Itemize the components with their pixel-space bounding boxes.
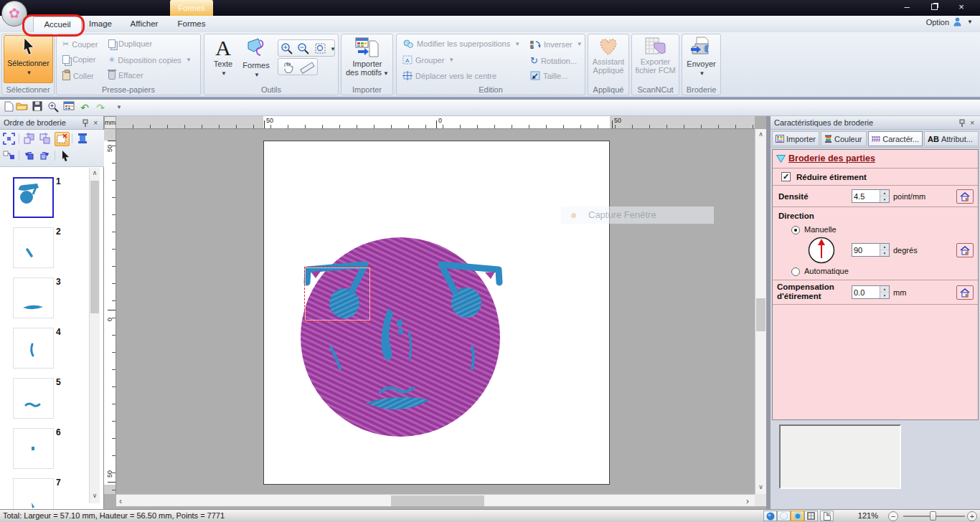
order-list-scrollbar[interactable]: ∧ ∨ [89,168,100,503]
collapse-triangle-icon[interactable] [776,155,786,163]
manual-radio[interactable] [791,226,800,234]
order-panel-close-icon[interactable]: × [93,116,98,129]
zoom-fit-dropdown-icon[interactable]: ▼ [330,46,336,52]
density-spinner[interactable]: ▲▼ [852,189,890,203]
zoom-fit-button[interactable] [314,42,327,55]
copy-button[interactable]: Copier [62,55,95,64]
fit-selection-button[interactable] [1,132,17,146]
duplicate-button[interactable]: Dupliquer [108,39,152,48]
user-dropdown-icon[interactable]: ▼ [967,19,973,25]
array-copies-button[interactable]: ✳Disposition copies▼ [108,55,192,65]
pointer-button[interactable] [57,149,72,163]
properties-pin-icon[interactable] [958,119,966,127]
order-item-2[interactable] [13,227,54,268]
tab-formes[interactable]: Formes [171,16,212,32]
design-workspace[interactable]: Capture Fenêtre [116,129,755,494]
order-item-5[interactable] [13,378,54,419]
canvas-scroll-right-icon[interactable]: › [746,496,749,506]
modify-overlaps-button[interactable]: Modifier les superpositions▼ [402,39,520,48]
move-backward-button[interactable] [37,132,52,146]
redo-button[interactable]: ↷ [93,101,108,115]
delete-button[interactable]: Effacer [108,71,143,80]
rotate-left-button[interactable] [22,149,37,163]
zoom-slider-thumb[interactable] [930,511,936,521]
zoom-in-button[interactable] [281,42,293,55]
density-spin-up-icon[interactable]: ▲ [880,190,889,196]
save-button[interactable] [30,101,44,115]
order-item-3[interactable] [13,277,54,318]
tab-afficher[interactable]: Afficher [121,16,168,32]
compensation-input[interactable] [852,286,880,298]
props-tab-couleur[interactable]: Couleur [821,131,867,146]
zoom-out-button[interactable] [297,42,310,55]
option-button[interactable]: Option [926,18,949,27]
pan-hand-button[interactable] [281,61,294,73]
density-spin-down-icon[interactable]: ▼ [880,196,889,202]
order-scroll-down-icon[interactable]: ∨ [90,492,100,499]
tab-image[interactable]: Image [83,16,118,32]
export-fcm-button[interactable]: Exporter fichier FCM [633,37,677,75]
compensation-spin-up-icon[interactable]: ▲ [880,286,889,293]
props-tab-caracteristiques[interactable]: Caractér... [868,131,923,146]
density-default-button[interactable] [956,189,974,204]
restore-button[interactable] [923,0,946,15]
compensation-spin-down-icon[interactable]: ▼ [880,293,889,298]
app-menu-button[interactable]: ✿ [1,1,27,27]
user-icon[interactable] [953,17,961,27]
open-file-button[interactable] [14,101,29,115]
view-stitch-button[interactable] [777,511,791,521]
direction-dial[interactable] [807,236,836,265]
automatic-radio[interactable] [791,267,800,276]
canvas-vscroll-thumb[interactable] [756,298,765,331]
group-button[interactable]: A Grouper▼ [402,55,454,65]
zoom-in-slider-button[interactable]: + [967,511,977,521]
zoom-tool-button[interactable] [46,101,60,115]
order-item-6[interactable] [13,428,54,469]
section-title[interactable]: Broderie des parties [788,153,875,163]
contextual-tab-header[interactable]: Formes [170,0,213,16]
props-tab-importer[interactable]: Importer [772,131,819,146]
minimize-button[interactable]: – [895,0,918,15]
canvas-vertical-scrollbar[interactable]: ∧ ∨ [755,129,766,494]
order-item-1[interactable] [13,177,54,218]
thread-spool-button[interactable] [75,132,90,146]
rotation-button[interactable]: ↻ Rotation... [530,55,577,66]
import-patterns-button[interactable]: Importer des motifs▼ [344,37,390,77]
reorder-button[interactable] [1,149,17,163]
move-center-button[interactable]: Déplacer vers le centre [402,71,496,80]
angle-input[interactable] [852,244,880,256]
hide-frame-button[interactable] [55,132,70,146]
select-tool-button[interactable]: Sélectionner ▼ [4,35,53,83]
zoom-out-slider-button[interactable]: − [888,511,898,521]
order-scroll-thumb[interactable] [90,181,99,313]
props-tab-attributs[interactable]: AB Attribut... [924,131,979,146]
new-file-button[interactable] [1,101,16,115]
reduce-stretch-checkbox[interactable]: ✓ [781,172,791,181]
paste-button[interactable]: Coller [62,71,94,80]
order-item-4[interactable] [13,328,54,369]
qat-more-button[interactable]: ▼ [112,101,126,115]
size-button[interactable]: Taille... [530,71,567,80]
close-button[interactable]: × [950,0,973,15]
view-realistic-button[interactable] [791,511,804,521]
canvas-horizontal-scrollbar[interactable]: ‹ › [116,494,755,506]
properties-close-icon[interactable]: × [970,116,974,129]
flip-button[interactable]: RB Inverser▼ [530,39,583,49]
grid-toggle-button[interactable] [804,511,818,521]
rotate-right-button[interactable] [37,149,52,163]
canvas-scroll-up-icon[interactable]: ∧ [755,130,766,138]
design-settings-button[interactable] [62,101,76,115]
selection-box[interactable] [304,267,371,321]
tab-accueil[interactable]: Accueil [33,16,82,32]
compensation-default-button[interactable] [956,285,974,300]
canvas-scroll-down-icon[interactable]: ∨ [755,483,766,490]
angle-spin-up-icon[interactable]: ▲ [880,244,889,250]
cut-button[interactable]: ✂Couper [62,39,98,49]
move-forward-button[interactable] [22,132,37,146]
angle-spinner[interactable]: ▲▼ [852,243,890,257]
angle-spin-down-icon[interactable]: ▼ [880,250,889,256]
density-input[interactable] [852,190,880,202]
send-embroidery-button[interactable]: Envoyer ▼ [684,37,719,77]
undo-button[interactable]: ↶ [77,101,92,115]
design-property-button[interactable] [820,511,834,521]
